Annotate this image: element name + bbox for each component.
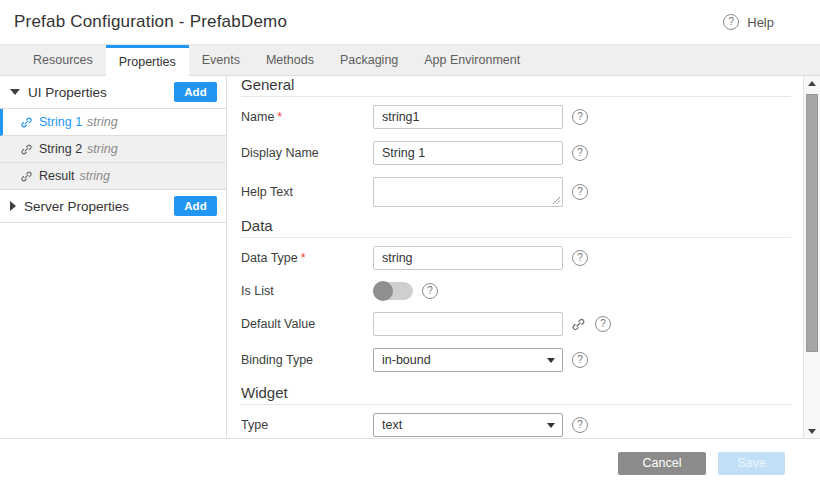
- chevron-down-icon: [547, 423, 555, 428]
- arrow-up-icon: [808, 81, 816, 86]
- item-type: string: [87, 142, 118, 156]
- dialog-body: UI Properties Add String 1 string String…: [0, 76, 820, 438]
- add-ui-property-button[interactable]: Add: [174, 82, 217, 102]
- help-icon[interactable]: ?: [572, 352, 588, 368]
- scrollbar[interactable]: [803, 76, 820, 438]
- bind-link-icon[interactable]: [571, 317, 586, 332]
- field-row-name: Name* ?: [241, 105, 803, 129]
- help-icon[interactable]: ?: [595, 316, 611, 332]
- field-row-is-list: Is List ?: [241, 282, 803, 300]
- help-circle-icon: ?: [595, 316, 611, 332]
- field-row-binding-type: Binding Type in-bound ?: [241, 348, 803, 372]
- scroll-up-button[interactable]: [804, 76, 820, 90]
- field-label: Display Name: [241, 146, 373, 160]
- dialog-header: Prefab Configuration - PrefabDemo ? Help: [0, 0, 820, 45]
- select-value: text: [382, 418, 402, 432]
- chevron-down-icon: [10, 89, 20, 95]
- select-value: in-bound: [382, 353, 431, 367]
- field-row-widget-type: Type text ?: [241, 413, 803, 437]
- link-icon: [20, 143, 33, 156]
- tab-packaging[interactable]: Packaging: [327, 45, 411, 75]
- field-label: Data Type*: [241, 251, 373, 265]
- sidebar-group-server-properties[interactable]: Server Properties Add: [0, 190, 226, 223]
- sidebar-item-string-1[interactable]: String 1 string: [0, 109, 226, 136]
- field-label-text: Type: [241, 418, 268, 432]
- data-type-input[interactable]: [373, 246, 563, 270]
- binding-type-select[interactable]: in-bound: [373, 348, 563, 372]
- prefab-configuration-dialog: Prefab Configuration - PrefabDemo ? Help…: [0, 0, 820, 487]
- field-label: Type: [241, 418, 373, 432]
- help-icon[interactable]: ?: [572, 109, 588, 125]
- chevron-right-icon: [10, 201, 16, 211]
- item-name: String 2: [39, 142, 82, 156]
- scroll-down-button[interactable]: [804, 424, 820, 438]
- widget-type-select[interactable]: text: [373, 413, 563, 437]
- help-label: Help: [747, 15, 774, 30]
- help-circle-icon: ?: [572, 145, 588, 161]
- field-label: Binding Type: [241, 353, 373, 367]
- save-button[interactable]: Save: [718, 452, 785, 475]
- tab-events[interactable]: Events: [189, 45, 253, 75]
- sidebar-group-ui-properties[interactable]: UI Properties Add: [0, 76, 226, 109]
- help-icon[interactable]: ?: [572, 184, 588, 200]
- section-heading-general: General: [241, 76, 791, 97]
- help-icon[interactable]: ?: [572, 145, 588, 161]
- tab-methods[interactable]: Methods: [253, 45, 327, 75]
- item-name: String 1: [39, 115, 82, 129]
- group-label: Server Properties: [24, 199, 174, 214]
- section-heading-widget: Widget: [241, 384, 791, 405]
- field-label-text: Name: [241, 110, 274, 124]
- toggle-knob: [373, 281, 393, 301]
- tab-properties[interactable]: Properties: [106, 45, 189, 76]
- help-circle-icon: ?: [572, 184, 588, 200]
- help-icon[interactable]: ?: [572, 250, 588, 266]
- required-marker: *: [277, 110, 282, 124]
- section-heading-data: Data: [241, 217, 791, 238]
- sidebar-item-result[interactable]: Result string: [0, 163, 226, 190]
- field-label-text: Display Name: [241, 146, 319, 160]
- field-label-text: Help Text: [241, 185, 293, 199]
- item-type: string: [87, 115, 118, 129]
- chevron-down-icon: [547, 358, 555, 363]
- help-icon[interactable]: ?: [572, 417, 588, 433]
- tab-resources[interactable]: Resources: [20, 45, 106, 75]
- field-row-default-value: Default Value ?: [241, 312, 803, 336]
- group-label: UI Properties: [28, 85, 174, 100]
- help-button[interactable]: ? Help: [723, 14, 774, 30]
- field-label: Name*: [241, 110, 373, 124]
- default-value-input[interactable]: [373, 312, 563, 336]
- display-name-input[interactable]: [373, 141, 563, 165]
- sidebar-item-string-2[interactable]: String 2 string: [0, 136, 226, 163]
- help-circle-icon: ?: [572, 250, 588, 266]
- field-row-data-type: Data Type* ?: [241, 246, 803, 270]
- help-circle-icon: ?: [572, 417, 588, 433]
- item-name: Result: [39, 169, 74, 183]
- scrollbar-thumb[interactable]: [806, 94, 818, 352]
- field-label: Is List: [241, 284, 373, 298]
- is-list-toggle[interactable]: [373, 282, 413, 300]
- field-label-text: Binding Type: [241, 353, 313, 367]
- field-label-text: Data Type: [241, 251, 298, 265]
- field-label-text: Is List: [241, 284, 274, 298]
- name-input[interactable]: [373, 105, 563, 129]
- tab-bar: Resources Properties Events Methods Pack…: [0, 45, 820, 76]
- help-text-input[interactable]: [373, 177, 563, 207]
- dialog-title: Prefab Configuration - PrefabDemo: [14, 12, 287, 32]
- resize-handle-icon[interactable]: [552, 196, 561, 205]
- arrow-down-icon: [808, 429, 816, 434]
- field-row-display-name: Display Name ?: [241, 141, 803, 165]
- help-circle-icon: ?: [572, 109, 588, 125]
- help-circle-icon: ?: [572, 352, 588, 368]
- field-label: Help Text: [241, 185, 373, 199]
- item-type: string: [79, 169, 110, 183]
- add-server-property-button[interactable]: Add: [174, 196, 217, 216]
- help-icon[interactable]: ?: [422, 283, 438, 299]
- required-marker: *: [301, 251, 306, 265]
- dialog-footer: Cancel Save: [0, 438, 820, 487]
- tab-app-environment[interactable]: App Environment: [411, 45, 533, 75]
- cancel-button[interactable]: Cancel: [618, 452, 706, 475]
- help-circle-icon: ?: [422, 283, 438, 299]
- field-label-text: Default Value: [241, 317, 315, 331]
- help-circle-icon: ?: [723, 14, 739, 30]
- link-icon: [20, 170, 33, 183]
